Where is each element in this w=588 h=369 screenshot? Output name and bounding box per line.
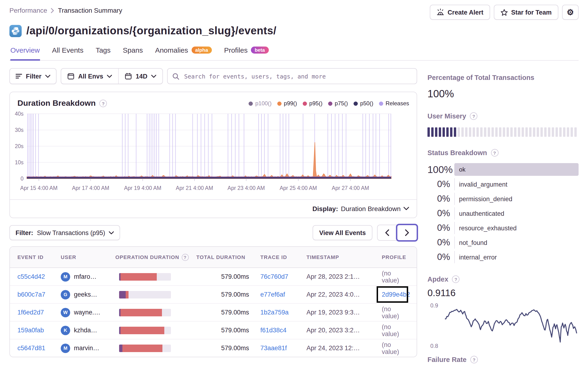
help-icon[interactable]: ? <box>470 112 477 120</box>
misery-tick <box>540 127 543 137</box>
tab-label: Overview <box>10 46 40 54</box>
misery-tick <box>461 127 464 137</box>
profile-link[interactable]: 2d99e4b2 <box>382 291 410 298</box>
user-misery-bar[interactable] <box>428 127 578 137</box>
breadcrumb-performance[interactable]: Performance <box>10 7 47 14</box>
status-label: not_found <box>455 239 487 246</box>
profile-no-value: (no value) <box>382 305 409 319</box>
tab-spans[interactable]: Spans <box>123 44 143 61</box>
misery-tick <box>431 127 434 137</box>
trace-id-link[interactable]: 1b2a759a <box>260 309 289 316</box>
tab-bar: OverviewAll EventsTagsSpansAnomaliesalph… <box>10 44 578 61</box>
help-icon[interactable]: ? <box>181 254 189 261</box>
chart-legend: p100()p99()p95()p75()p50()Releases <box>249 100 409 107</box>
column-header-label: TRACE ID <box>260 254 287 260</box>
misery-tick <box>533 127 535 137</box>
column-header-total-duration[interactable]: TOTAL DURATION <box>196 254 260 260</box>
event-id-link[interactable]: b600c7a7 <box>17 291 45 298</box>
display-dropdown[interactable]: Display: Duration Breakdown <box>10 199 417 218</box>
legend-item-p99[interactable]: p99() <box>277 100 297 107</box>
view-all-events-button[interactable]: View All Events <box>313 225 372 240</box>
date-range-selector[interactable]: 14D <box>118 69 163 84</box>
column-header-user[interactable]: USER <box>61 254 115 260</box>
status-bar: unauthenticated <box>454 207 578 219</box>
view-all-events-label: View All Events <box>319 229 366 236</box>
transaction-filter-dropdown[interactable]: Filter: Slow Transactions (p95) <box>10 225 120 240</box>
total-duration: 579.00ms <box>196 273 260 280</box>
operation-duration-bar[interactable] <box>119 273 171 280</box>
legend-item-p75[interactable]: p75() <box>328 100 348 107</box>
filter-icon <box>16 73 22 79</box>
tab-tags[interactable]: Tags <box>95 44 110 61</box>
table-row: c5647d81Mmarvin…579.00ms73aae81fApr 24, … <box>10 339 417 357</box>
legend-dot <box>303 101 307 106</box>
misery-tick <box>556 127 558 137</box>
tab-profiles[interactable]: Profilesbeta <box>224 44 269 61</box>
help-icon[interactable]: ? <box>100 100 107 107</box>
star-for-team-button[interactable]: Star for Team <box>494 5 558 20</box>
misery-tick <box>537 127 539 137</box>
trace-id-link[interactable]: 76c760d7 <box>260 273 288 280</box>
transaction-filter-label: Filter: <box>16 229 33 236</box>
operation-duration-bar[interactable] <box>119 344 171 352</box>
help-icon[interactable]: ? <box>452 275 460 283</box>
misery-tick <box>484 127 486 137</box>
status-percentage: 0% <box>428 179 450 189</box>
op-duration-p75-segment <box>119 309 121 316</box>
trace-id-link[interactable]: 73aae81f <box>260 345 287 352</box>
event-id-link[interactable]: 159a0fab <box>17 327 44 334</box>
duration-breakdown-chart[interactable]: 40s30s20s10s0Apr 15 4:00 AMApr 17 4:00 A… <box>10 110 417 199</box>
status-breakdown-title: Status Breakdown <box>428 149 487 157</box>
operation-duration-bar[interactable] <box>119 309 171 316</box>
column-header-trace-id[interactable]: TRACE ID <box>260 254 306 260</box>
previous-page-button[interactable] <box>378 225 397 240</box>
filter-dropdown[interactable]: Filter <box>10 68 56 84</box>
environment-selector[interactable]: All Envs <box>61 69 118 84</box>
status-row-internal_error: 0%internal_error <box>428 251 578 263</box>
column-header-operation-duration[interactable]: OPERATION DURATION? <box>115 254 196 261</box>
total-transactions-value: 100% <box>428 88 578 100</box>
event-id-link[interactable]: 1f6ed2d7 <box>17 309 44 316</box>
op-duration-p75-segment <box>119 291 126 298</box>
apdex-y-top-label: 0.9 <box>430 302 438 309</box>
legend-item-p100[interactable]: p100() <box>249 100 271 107</box>
tab-anomalies[interactable]: Anomaliesalpha <box>155 44 212 61</box>
filter-label: Filter <box>26 73 42 80</box>
user-name: geeks… <box>74 291 97 298</box>
svg-text:0: 0 <box>21 176 23 182</box>
event-id-link[interactable]: c55c4d42 <box>17 273 45 280</box>
status-row-resource_exhausted: 0%resource_exhausted <box>428 222 578 234</box>
legend-item-p50[interactable]: p50() <box>354 100 373 107</box>
legend-label: Releases <box>386 100 409 107</box>
help-icon[interactable]: ? <box>470 356 478 363</box>
column-header-event-id[interactable]: EVENT ID <box>17 254 61 260</box>
status-label: permission_denied <box>455 195 513 202</box>
column-header-profile[interactable]: PROFILE <box>382 254 409 260</box>
chart-title: Duration Breakdown <box>17 99 96 108</box>
settings-button[interactable]: ⚙ <box>562 5 579 20</box>
column-header-timestamp[interactable]: TIMESTAMP <box>306 254 382 260</box>
search-input[interactable] <box>183 72 412 80</box>
trace-id-link[interactable]: f61d38c4 <box>260 327 286 334</box>
user-misery-section: User Misery ? <box>428 112 578 137</box>
next-page-button[interactable] <box>397 225 417 240</box>
trace-id-link[interactable]: e77ef6af <box>260 291 285 298</box>
tab-all-events[interactable]: All Events <box>52 44 83 61</box>
search-bar[interactable] <box>167 68 417 84</box>
tab-overview[interactable]: Overview <box>10 44 40 61</box>
op-duration-p95-segment <box>121 273 157 280</box>
status-label: resource_exhausted <box>455 224 517 231</box>
operation-duration-bar[interactable] <box>119 291 171 298</box>
status-percentage: 0% <box>428 223 450 233</box>
total-duration: 579.00ms <box>196 309 260 316</box>
event-id-link[interactable]: c5647d81 <box>17 345 45 352</box>
legend-item-releases[interactable]: Releases <box>379 100 409 107</box>
create-alert-button[interactable]: Create Alert <box>430 5 490 20</box>
status-ok-bar[interactable]: ok <box>454 163 578 176</box>
total-duration: 579.00ms <box>196 291 260 298</box>
svg-text:Apr 21 4:00 AM: Apr 21 4:00 AM <box>176 185 213 191</box>
help-icon[interactable]: ? <box>491 149 498 157</box>
legend-item-p95[interactable]: p95() <box>303 100 323 107</box>
avatar: M <box>61 343 70 353</box>
operation-duration-bar[interactable] <box>119 327 171 334</box>
